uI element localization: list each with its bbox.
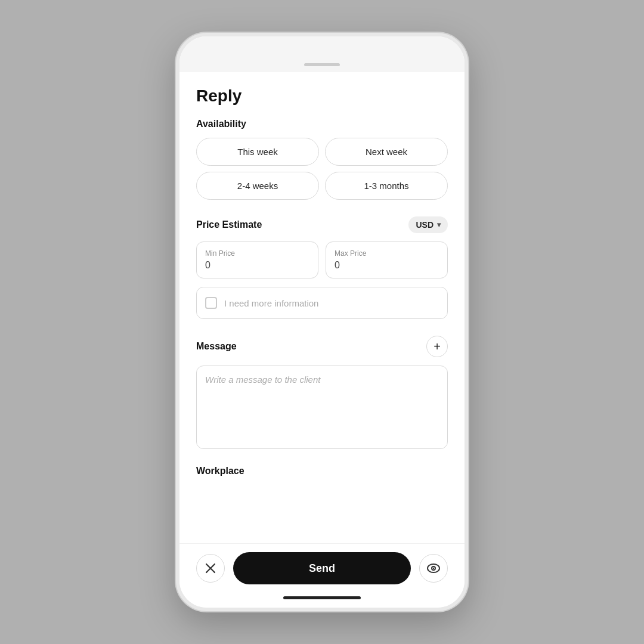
eye-icon [427,564,440,573]
availability-2-4-weeks[interactable]: 2-4 weeks [196,172,319,200]
min-price-label: Min Price [205,249,309,258]
max-price-label: Max Price [335,249,439,258]
phone-content: Reply Availability This week Next week 2… [179,72,465,543]
notch-pill [304,63,340,66]
availability-1-3-months[interactable]: 1-3 months [325,172,448,200]
max-price-box[interactable]: Max Price 0 [326,242,448,278]
svg-point-2 [433,568,434,569]
currency-label: USD [416,220,434,230]
availability-section-label: Availability [196,119,448,129]
message-section-header: Message + [196,336,448,357]
home-bar [283,596,361,599]
min-price-box[interactable]: Min Price 0 [196,242,318,278]
message-textarea[interactable] [196,366,448,449]
price-estimate-section-label: Price Estimate [196,219,262,230]
preview-button[interactable] [419,554,448,583]
availability-this-week[interactable]: This week [196,138,319,166]
max-price-value: 0 [335,260,439,271]
bottom-action-bar: Send [179,543,465,590]
close-icon [205,563,216,574]
info-checkbox-row[interactable]: I need more information [196,287,448,319]
info-checkbox-label: I need more information [224,298,318,308]
chevron-down-icon: ▾ [437,221,441,229]
info-checkbox[interactable] [205,297,217,309]
min-price-value: 0 [205,260,309,271]
price-inputs-row: Min Price 0 Max Price 0 [196,242,448,278]
availability-grid: This week Next week 2-4 weeks 1-3 months [196,138,448,200]
page-title: Reply [196,86,448,106]
send-button[interactable]: Send [233,552,411,584]
home-indicator [179,590,465,608]
message-section-label: Message [196,341,237,352]
phone-frame: Reply Availability This week Next week 2… [176,33,468,611]
availability-next-week[interactable]: Next week [325,138,448,166]
add-message-button[interactable]: + [426,336,448,357]
close-button[interactable] [196,554,225,583]
phone-top-bar [179,36,465,72]
currency-dropdown[interactable]: USD ▾ [408,216,448,233]
workplace-section-label: Workplace [196,466,448,476]
price-estimate-header: Price Estimate USD ▾ [196,216,448,233]
